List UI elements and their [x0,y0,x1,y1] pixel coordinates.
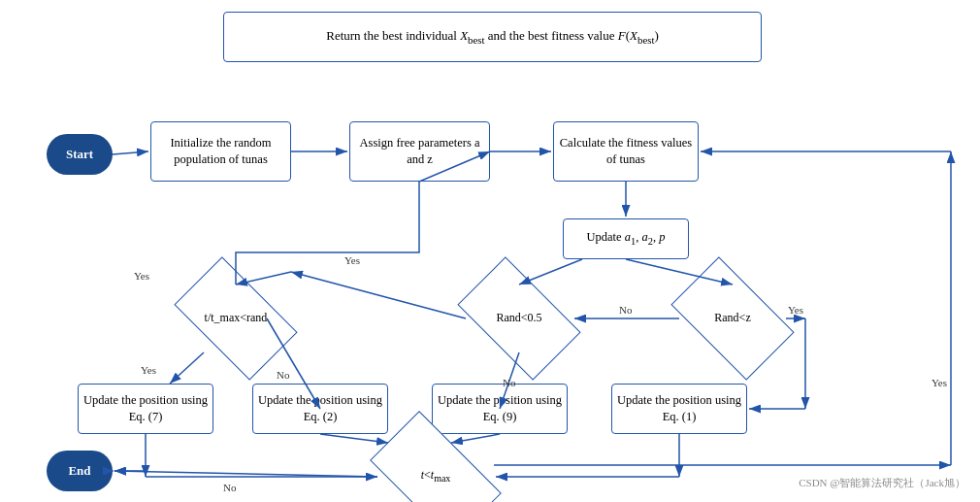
eq7-box: Update the position using Eq. (7) [78,384,213,434]
svg-line-15 [291,272,466,318]
assign-box: Assign free parameters a and z [349,121,490,182]
rand-05-text: Rand<0.5 [496,311,541,326]
svg-text:Yes: Yes [344,254,360,266]
eq2-text: Update the position using Eq. (2) [253,392,387,426]
svg-text:Yes: Yes [788,304,803,316]
title-box: Return the best individual Xbest and the… [223,12,762,62]
eq1-text: Update the position using Eq. (1) [612,392,746,426]
eq1-box: Update the position using Eq. (1) [611,384,747,434]
svg-text:Yes: Yes [134,270,149,282]
t-tmax-diamond: t/t_max<rand [182,284,289,352]
flowchart-diagram: Return the best individual Xbest and the… [0,0,980,502]
update-params-text: Update a1, a2, p [587,229,666,249]
svg-line-21 [170,352,204,384]
end-node: End [47,451,113,491]
svg-text:No: No [223,482,237,493]
svg-text:No: No [277,369,290,381]
end-label: End [68,463,90,479]
svg-text:Yes: Yes [141,364,156,376]
svg-line-1 [113,151,148,154]
fitness-text: Calculate the fitness values of tunas [554,135,698,169]
start-node: Start [47,134,113,175]
eq7-text: Update the position using Eq. (7) [79,392,212,426]
t-tmax-text: t/t_max<rand [205,311,268,326]
fitness-box: Calculate the fitness values of tunas [553,121,699,182]
rand-z-diamond: Rand<z [679,284,786,352]
rand-z-text: Rand<z [714,311,750,326]
watermark: CSDN @智能算法研究社（Jack旭） [799,476,965,490]
init-box: Initialize the random population of tuna… [150,121,291,182]
rand-05-diamond: Rand<0.5 [466,284,572,352]
t-lt-tmax-text: t<tmax [421,468,451,485]
title-text: Return the best individual Xbest and the… [326,27,659,48]
svg-text:No: No [619,304,633,316]
svg-line-29 [114,471,377,477]
eq2-box: Update the position using Eq. (2) [252,384,388,434]
init-text: Initialize the random population of tuna… [151,135,290,169]
eq9-text: Update the position using Eq. (9) [433,392,567,426]
t-lt-tmax-diamond: t<tmax [377,442,494,502]
svg-text:Yes: Yes [931,377,947,388]
assign-text: Assign free parameters a and z [350,135,489,169]
update-params-box: Update a1, a2, p [563,218,689,259]
eq9-box: Update the position using Eq. (9) [432,384,568,434]
start-label: Start [66,147,93,162]
